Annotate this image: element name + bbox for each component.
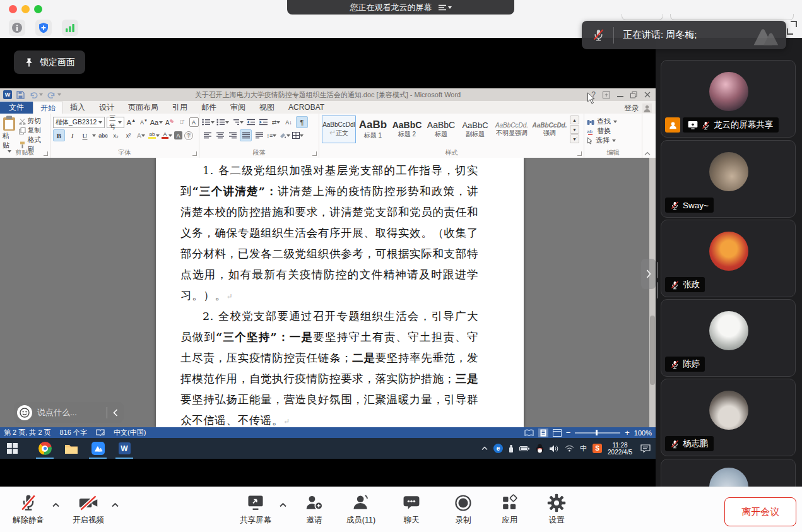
panel-scrollbar[interactable]	[657, 262, 658, 278]
subscript-button[interactable]: x₂	[110, 130, 121, 141]
unmute-button[interactable]: 解除静音	[4, 493, 52, 526]
justify-button[interactable]	[240, 129, 252, 141]
select-button[interactable]: 选择	[587, 136, 639, 145]
phonetic-guide-button[interactable]: 文̌	[177, 117, 187, 127]
tab-insert[interactable]: 插入	[63, 102, 92, 114]
participant-tile[interactable]: Sway~	[661, 140, 796, 218]
document-page[interactable]: 1. 各二级党组织加强对基层党支部的工作指导，切实做 到“三个讲清楚”：讲清楚上…	[156, 158, 524, 427]
style-heading2[interactable]: AaBbC标题 2	[390, 115, 424, 143]
styles-scroll-up-button[interactable]: ▲	[570, 115, 579, 124]
font-size-select[interactable]: 三号	[107, 117, 124, 128]
participant-tile-partial[interactable]	[661, 459, 796, 487]
network-quality-button[interactable]	[62, 20, 78, 36]
multilevel-list-button[interactable]	[231, 117, 244, 127]
vertical-scrollbar[interactable]	[649, 158, 656, 427]
tray-expand-icon[interactable]	[481, 446, 488, 451]
account-avatar-icon[interactable]	[642, 103, 652, 113]
tab-view[interactable]: 视图	[252, 102, 281, 114]
redo-icon[interactable]	[47, 91, 61, 98]
action-center-icon[interactable]	[640, 444, 651, 452]
proofing-icon[interactable]	[96, 429, 105, 436]
tray-eset-icon[interactable]: e	[493, 444, 503, 453]
zoom-slider[interactable]	[575, 430, 620, 435]
sign-in-link[interactable]: 登录	[624, 103, 639, 114]
share-options-chevron[interactable]	[279, 502, 287, 507]
zoom-out-button[interactable]: −	[566, 428, 571, 437]
read-mode-button[interactable]	[524, 429, 534, 437]
start-button[interactable]	[0, 438, 24, 459]
find-button[interactable]: 查找	[587, 117, 639, 126]
quick-chat-input[interactable]: 说点什么...	[37, 407, 107, 418]
word-title-bar[interactable]: W 关于召开上海电力大学疫情防控专题组织生活会的通知.doc [兼容模式] - …	[0, 88, 656, 101]
bold-button[interactable]: B	[53, 129, 65, 141]
styles-more-button[interactable]: ▼̄	[570, 134, 579, 143]
meeting-info-button[interactable]	[9, 20, 25, 36]
cut-button[interactable]: 剪切	[19, 117, 47, 126]
replace-button[interactable]: ab替换	[587, 126, 639, 136]
paste-button[interactable]: 粘贴	[3, 115, 16, 153]
tab-mailings[interactable]: 邮件	[194, 102, 223, 114]
style-emphasis[interactable]: AaBbCcDd.强调	[531, 115, 568, 143]
borders-button[interactable]	[292, 130, 304, 141]
participant-tile[interactable]: 陈婷	[661, 299, 796, 377]
text-effects-button[interactable]: A	[136, 130, 146, 141]
share-screen-button[interactable]: 共享屏幕	[232, 493, 280, 526]
collapse-ribbon-button[interactable]	[644, 151, 651, 156]
apps-button[interactable]: 应用	[486, 493, 534, 526]
taskbar-clock[interactable]: 11:282022/4/5	[608, 442, 632, 456]
font-name-select[interactable]: 楷体_GB2312	[53, 117, 105, 128]
panel-toggle-tab[interactable]	[641, 259, 656, 289]
align-left-button[interactable]	[202, 130, 213, 141]
chat-button[interactable]: 聊天	[387, 493, 435, 526]
align-center-button[interactable]	[215, 130, 225, 141]
minimize-button[interactable]	[617, 96, 623, 97]
underline-button[interactable]: U	[80, 130, 90, 141]
restore-button[interactable]	[630, 92, 637, 98]
shrink-font-button[interactable]: A▼	[139, 117, 150, 127]
language-indicator[interactable]: 中文(中国)	[114, 428, 146, 437]
style-title[interactable]: AaBbC标题	[424, 115, 458, 143]
align-right-button[interactable]	[227, 130, 238, 141]
tray-usb-icon[interactable]	[509, 444, 514, 453]
mac-minimize-button[interactable]	[21, 5, 30, 13]
web-layout-button[interactable]	[553, 429, 562, 437]
tray-sogou-icon[interactable]: S	[593, 444, 602, 453]
collapse-chat-icon[interactable]	[107, 409, 124, 417]
save-icon[interactable]	[16, 91, 25, 99]
bullets-button[interactable]	[202, 117, 215, 127]
decrease-indent-button[interactable]	[245, 117, 256, 127]
invite-button[interactable]: 邀请	[290, 493, 338, 526]
character-border-button[interactable]: A	[189, 117, 199, 127]
print-layout-button[interactable]	[538, 429, 548, 437]
mac-close-button[interactable]	[9, 5, 17, 13]
word-count[interactable]: 816 个字	[60, 428, 87, 437]
asian-layout-button[interactable]: ⇄	[271, 117, 281, 127]
copy-button[interactable]: 复制	[19, 126, 47, 135]
mac-zoom-button[interactable]	[34, 5, 42, 13]
tray-ime-indicator[interactable]: 中	[580, 444, 587, 453]
taskbar-chrome-icon[interactable]	[33, 438, 57, 459]
styles-dialog-launcher[interactable]	[577, 151, 582, 156]
change-case-button[interactable]: Aa	[151, 117, 162, 127]
record-button[interactable]: 录制	[439, 493, 487, 526]
participant-tile[interactable]: 张政	[661, 220, 796, 297]
style-heading1[interactable]: AaBb标题 1	[356, 115, 390, 143]
highlight-color-button[interactable]: ab	[148, 130, 160, 141]
clipboard-dialog-launcher[interactable]	[44, 151, 48, 156]
tray-battery-icon[interactable]	[519, 446, 530, 452]
tab-design[interactable]: 设计	[92, 102, 121, 114]
participant-tile[interactable]: 杨志鹏	[661, 379, 796, 456]
taskbar-meeting-icon[interactable]	[86, 438, 110, 459]
page-indicator[interactable]: 第 2 页, 共 2 页	[4, 428, 51, 437]
font-color-button[interactable]: A	[162, 130, 172, 141]
font-dialog-launcher[interactable]	[192, 151, 197, 156]
italic-button[interactable]: I	[67, 130, 78, 141]
start-video-button[interactable]: 开启视频	[64, 493, 112, 526]
enclose-characters-button[interactable]: 字	[184, 131, 193, 140]
tab-file[interactable]: 文件	[0, 102, 33, 114]
emoji-button[interactable]	[17, 405, 32, 420]
panel-scrollbar[interactable]	[657, 282, 658, 299]
grow-font-button[interactable]: A▲	[126, 117, 137, 127]
increase-indent-button[interactable]	[258, 117, 269, 127]
tab-home[interactable]: 开始	[33, 102, 63, 114]
